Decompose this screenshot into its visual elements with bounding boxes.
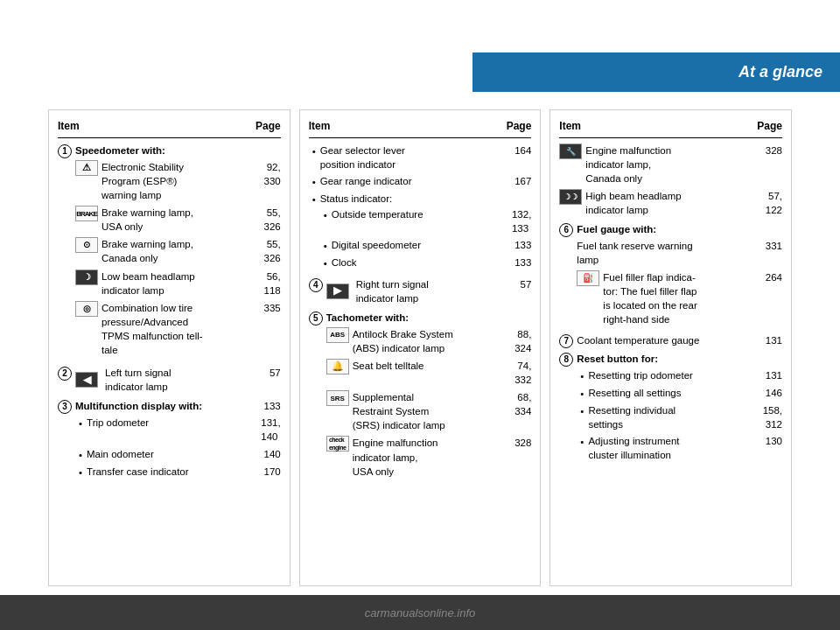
right-turn-section: 4 ▶ Right turn signalindicator lamp 57 <box>309 277 532 305</box>
high-beam-row: ☽☽ High beam headlampindicator lamp 57,1… <box>559 189 782 217</box>
srs-label: SupplementalRestraint System(SRS) indica… <box>353 390 445 432</box>
page-title: At a glance <box>738 63 822 81</box>
seatbelt-row: 🔔 Seat belt telltale 74,332 <box>326 359 532 387</box>
reset-trip-item: • Resetting trip odometer 131 <box>577 368 782 383</box>
reset-all-item: • Resetting all settings 146 <box>577 386 782 401</box>
outside-temp-page: 132,133 <box>512 207 531 235</box>
high-beam-page: 57,122 <box>766 189 782 217</box>
watermark-area: carmanualsonline.info <box>0 595 840 630</box>
digital-speedo-label: Digital speedometer <box>332 238 421 253</box>
main-odometer-label: Main odometer <box>87 447 154 462</box>
engine-canada-label: Engine malfunctionindicator lamp,Canada … <box>585 144 671 186</box>
fuel-filler-page: 264 <box>766 270 782 326</box>
trip-odometer-item: • Trip odometer 131,140 <box>75 416 281 444</box>
left-turn-section: 2 ◀ Left turn signalindicator lamp 57 <box>58 366 281 394</box>
col3-header-item: Item <box>559 119 581 134</box>
fuel-filler-row: ⛽ Fuel filler flap indica-tor: The fuel … <box>577 270 782 326</box>
srs-page: 68,334 <box>514 390 531 432</box>
lowbeam-icon: ☽ <box>75 270 98 285</box>
num-3: 3 <box>58 400 72 414</box>
esp-icon: ⚠ <box>75 160 98 176</box>
engine-canada-row: 🔧 Engine malfunctionindicator lamp,Canad… <box>559 144 782 186</box>
outside-temp-label: Outside temperature <box>332 207 424 235</box>
gear-selector-page: 164 <box>514 144 531 172</box>
col1-header-page: Page <box>256 119 281 134</box>
column-3: Item Page 🔧 Engine malfunctionindicator … <box>550 109 792 586</box>
abs-label: Antilock Brake System(ABS) indicator lam… <box>353 327 453 355</box>
gear-range-label: Gear range indicator <box>320 174 412 189</box>
speedometer-label: Speedometer with: <box>75 144 281 158</box>
seatbelt-page: 74,332 <box>514 359 531 387</box>
status-indicator-item: • Status indicator: • Outside temperatur… <box>309 192 532 273</box>
num-8: 8 <box>559 353 573 367</box>
adjust-illumination-item: • Adjusting instrumentcluster illuminati… <box>577 434 782 462</box>
srs-icon: SRS <box>326 390 349 406</box>
watermark-text: carmanualsonline.info <box>365 606 475 620</box>
check-engine-usa-icon: checkengine <box>326 436 349 452</box>
fuel-tank-reserve-label: Fuel tank reserve warninglamp <box>577 239 692 267</box>
tachometer-label: Tachometer with: <box>326 311 532 325</box>
reset-trip-label: Resetting trip odometer <box>588 368 693 383</box>
coolant-section: 7 Coolant temperature gauge 131 <box>559 333 782 348</box>
multifunction-page: 133 <box>263 399 280 416</box>
transfer-case-item: • Transfer case indicator 170 <box>75 465 281 480</box>
num-2: 2 <box>58 367 72 381</box>
num-1: 1 <box>58 144 72 158</box>
tpms-icon: ◎ <box>75 301 98 317</box>
fuel-tank-reserve-page: 331 <box>766 239 782 267</box>
brake-canada-row: ⊙ Brake warning lamp,Canada only 55,326 <box>75 237 281 265</box>
num-4: 4 <box>309 278 323 292</box>
col2-header: Item Page <box>309 119 532 138</box>
abs-row: ABS Antilock Brake System(ABS) indicator… <box>326 327 532 355</box>
clock-page: 133 <box>514 256 531 270</box>
digital-speedo-item: • Digital speedometer 133 <box>320 238 532 253</box>
brake-usa-page: 55,326 <box>263 206 280 234</box>
reset-section: 8 Reset button for: • Resetting trip odo… <box>559 352 782 466</box>
main-odometer-page: 140 <box>263 447 280 462</box>
header-bar: At a glance <box>472 52 840 92</box>
right-turn-label: Right turn signalindicator lamp <box>356 277 429 305</box>
content-area: Item Page 1 Speedometer with: ⚠ Electron… <box>48 109 792 586</box>
abs-page: 88,324 <box>514 327 531 355</box>
column-2: Item Page • Gear selector leverposition … <box>299 109 542 586</box>
high-beam-label: High beam headlampindicator lamp <box>585 189 681 217</box>
high-beam-icon: ☽☽ <box>559 189 582 205</box>
seatbelt-icon: 🔔 <box>326 359 349 374</box>
check-engine-usa-label: Engine malfunctionindicator lamp,USA onl… <box>353 436 438 478</box>
multifunction-label: Multifunction display with: <box>75 399 202 413</box>
num-5: 5 <box>309 312 323 326</box>
reset-all-label: Resetting all settings <box>588 386 681 401</box>
transfer-case-page: 170 <box>263 465 280 480</box>
column-1: Item Page 1 Speedometer with: ⚠ Electron… <box>48 109 290 586</box>
fuel-gauge-label: Fuel gauge with: <box>577 222 782 236</box>
lowbeam-row: ☽ Low beam headlampindicator lamp 56,118 <box>75 270 281 298</box>
tpms-page: 335 <box>263 301 280 357</box>
adjust-illumination-page: 130 <box>766 434 782 462</box>
col1-header: Item Page <box>58 119 281 138</box>
fuel-filler-icon: ⛽ <box>577 270 599 286</box>
reset-individual-item: • Resetting individualsettings 158,312 <box>577 403 782 431</box>
lowbeam-page: 56,118 <box>263 270 280 298</box>
left-turn-icon: ◀ <box>75 372 98 388</box>
tpms-label: Combination low tirepressure/AdvancedTPM… <box>102 301 203 357</box>
engine-canada-icon: 🔧 <box>559 144 582 159</box>
col1-header-item: Item <box>58 119 80 134</box>
abs-icon: ABS <box>326 327 349 343</box>
col3-header-page: Page <box>757 119 782 134</box>
adjust-illumination-label: Adjusting instrumentcluster illumination <box>588 434 679 462</box>
check-engine-usa-row: checkengine Engine malfunctionindicator … <box>326 436 532 478</box>
reset-all-page: 146 <box>766 386 782 401</box>
clock-item: • Clock 133 <box>320 256 532 270</box>
trip-odometer-page: 131,140 <box>261 416 280 444</box>
speedometer-section: 1 Speedometer with: ⚠ Electronic Stabili… <box>58 144 281 360</box>
outside-temp-item: • Outside temperature 132,133 <box>320 207 532 235</box>
brake-usa-icon: BRAKE <box>75 206 98 221</box>
left-turn-label: Left turn signalindicator lamp <box>105 366 171 394</box>
right-turn-page: 57 <box>521 277 532 291</box>
fuel-filler-label: Fuel filler flap indica-tor: The fuel fi… <box>603 270 696 326</box>
clock-label: Clock <box>332 256 357 270</box>
digital-speedo-page: 133 <box>514 238 531 253</box>
col2-header-page: Page <box>507 119 532 134</box>
reset-individual-page: 158,312 <box>763 403 782 431</box>
status-indicator-label: Status indicator: <box>320 193 392 204</box>
